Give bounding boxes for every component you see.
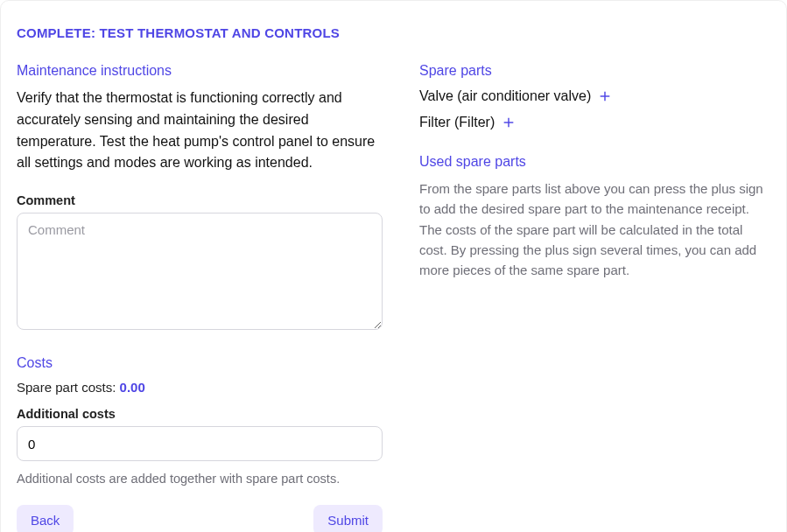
used-spare-parts-heading: Used spare parts xyxy=(419,154,770,170)
spare-parts-heading: Spare parts xyxy=(419,63,770,79)
submit-button[interactable]: Submit xyxy=(313,505,383,532)
instructions-text: Verify that the thermostat is functionin… xyxy=(17,88,383,174)
spare-cost-value: 0.00 xyxy=(120,380,145,395)
used-spare-parts-text: From the spare parts list above you can … xyxy=(419,178,770,280)
additional-costs-help: Additional costs are added together with… xyxy=(17,472,383,486)
additional-costs-label: Additional costs xyxy=(17,407,383,421)
right-column: Spare parts Valve (air conditioner valve… xyxy=(419,63,770,532)
plus-icon[interactable] xyxy=(500,114,517,131)
comment-section: Comment xyxy=(17,193,383,332)
comment-label: Comment xyxy=(17,193,383,207)
spare-part-label: Valve (air conditioner valve) xyxy=(419,88,591,104)
costs-section: Costs Spare part costs: 0.00 Additional … xyxy=(17,355,383,532)
spare-part-item: Filter (Filter) xyxy=(419,114,770,131)
maintenance-complete-card: COMPLETE: TEST THERMOSTAT AND CONTROLS M… xyxy=(0,0,787,532)
spare-parts-list: Valve (air conditioner valve) Filter (Fi… xyxy=(419,88,770,131)
comment-textarea[interactable] xyxy=(17,213,383,330)
page-title: COMPLETE: TEST THERMOSTAT AND CONTROLS xyxy=(17,25,770,40)
used-spare-parts-section: Used spare parts From the spare parts li… xyxy=(419,154,770,280)
spare-part-item: Valve (air conditioner valve) xyxy=(419,88,770,105)
spare-cost-label: Spare part costs: xyxy=(17,380,120,395)
left-column: Maintenance instructions Verify that the… xyxy=(17,63,383,532)
instructions-section: Maintenance instructions Verify that the… xyxy=(17,63,383,174)
spare-part-label: Filter (Filter) xyxy=(419,115,495,130)
spare-parts-section: Spare parts Valve (air conditioner valve… xyxy=(419,63,770,131)
button-row: Back Submit xyxy=(17,505,383,532)
additional-costs-input[interactable] xyxy=(17,426,383,461)
instructions-heading: Maintenance instructions xyxy=(17,63,383,79)
costs-heading: Costs xyxy=(17,355,383,371)
back-button[interactable]: Back xyxy=(17,505,74,532)
spare-cost-line: Spare part costs: 0.00 xyxy=(17,380,383,395)
columns: Maintenance instructions Verify that the… xyxy=(17,63,770,532)
plus-icon[interactable] xyxy=(596,88,614,105)
